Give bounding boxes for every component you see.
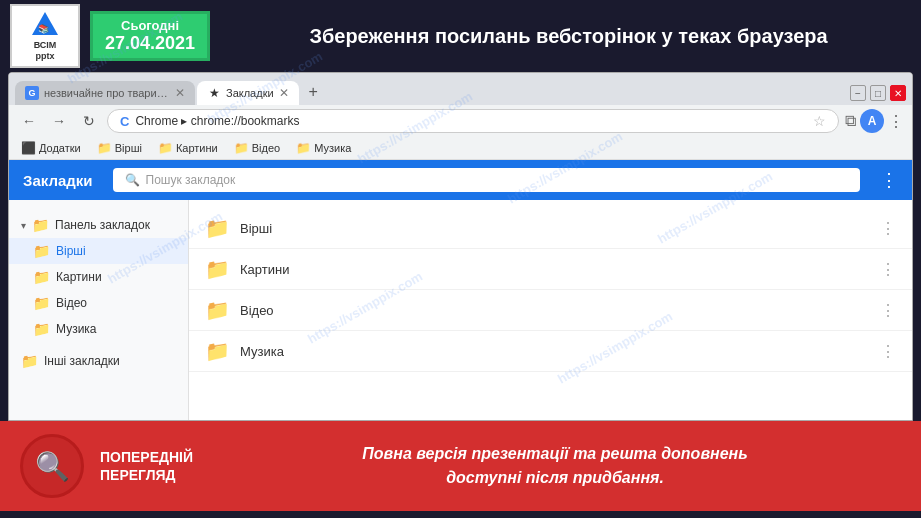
tab-bar: G незвичайне про тварин - Пош... ✕ ★ Зак… xyxy=(15,79,906,105)
address-text: Chrome ▸ chrome://bookmarks xyxy=(135,114,807,128)
sidebar-item-virshi[interactable]: 📁 Вірші xyxy=(9,238,188,264)
sidebar-item-video[interactable]: 📁 Відео xyxy=(9,290,188,316)
folder-name-virshi: Вірші xyxy=(240,221,870,236)
browser-tab-1[interactable]: G незвичайне про тварин - Пош... ✕ xyxy=(15,81,195,105)
sidebar-inshi-label: Інші закладки xyxy=(44,354,120,368)
star-icon: ☆ xyxy=(813,113,826,129)
sidebar-panel-zakladok[interactable]: ▾ 📁 Панель закладок xyxy=(9,212,188,238)
bookmarks-panel-section: ▾ 📁 Панель закладок 📁 Вірші 📁 Картини 📁 … xyxy=(9,210,188,344)
date-label: Сьогодні xyxy=(105,18,195,33)
apps-icon: ⬛ xyxy=(21,141,36,155)
sidebar-folder-icon-2: 📁 xyxy=(33,269,50,285)
virshi-label: Вірші xyxy=(115,142,142,154)
sidebar-item-kartyny[interactable]: 📁 Картини xyxy=(9,264,188,290)
kartyny-label: Картини xyxy=(176,142,218,154)
browser-chrome: G незвичайне про тварин - Пош... ✕ ★ Зак… xyxy=(9,73,912,105)
apps-label: Додатки xyxy=(39,142,81,154)
close-button[interactable]: ✕ xyxy=(890,85,906,101)
bottom-text-line1: Повна версія презентації та решта доповн… xyxy=(362,445,748,462)
bookmarks-sidebar: ▾ 📁 Панель закладок 📁 Вірші 📁 Картини 📁 … xyxy=(9,200,189,420)
panel-folder-icon: 📁 xyxy=(32,217,49,233)
browser-controls: ← → ↻ C Chrome ▸ chrome://bookmarks ☆ ⧉ … xyxy=(9,105,912,137)
folder-icon-2: 📁 xyxy=(158,141,173,155)
browser-tab-2[interactable]: ★ Закладки ✕ xyxy=(197,81,299,105)
logo-icon: 📚 xyxy=(30,10,60,40)
tab1-favicon-icon: G xyxy=(25,86,39,100)
bookmarks-menu-icon[interactable]: ⋮ xyxy=(880,169,898,191)
date-value: 27.04.2021 xyxy=(105,33,195,54)
sidebar-muzyka-label: Музика xyxy=(56,322,97,336)
bookmark-row-kartyny[interactable]: 📁 Картини ⋮ xyxy=(189,249,912,290)
bookmarks-app-title: Закладки xyxy=(23,172,93,189)
video-label: Відео xyxy=(252,142,280,154)
address-bar[interactable]: C Chrome ▸ chrome://bookmarks ☆ xyxy=(107,109,839,133)
sidebar-video-label: Відео xyxy=(56,296,87,310)
bookmark-row-video[interactable]: 📁 Відео ⋮ xyxy=(189,290,912,331)
sidebar-item-inshi[interactable]: 📁 Інші закладки xyxy=(9,348,188,374)
bottom-bar: 🔍 ПОПЕРЕДНІЙ ПЕРЕГЛЯД Повна версія презе… xyxy=(0,421,921,511)
folder-name-muzyka: Музика xyxy=(240,344,870,359)
browser-window: G незвичайне про тварин - Пош... ✕ ★ Зак… xyxy=(8,72,913,421)
tab2-close-icon[interactable]: ✕ xyxy=(279,86,289,100)
more-icon-3[interactable]: ⋮ xyxy=(880,301,896,320)
sidebar-item-muzyka[interactable]: 📁 Музика xyxy=(9,316,188,342)
panel-label: Панель закладок xyxy=(55,218,150,232)
bookmarks-app-header: Закладки 🔍 Пошук закладок ⋮ xyxy=(9,160,912,200)
minimize-button[interactable]: − xyxy=(850,85,866,101)
reload-button[interactable]: ↻ xyxy=(77,109,101,133)
back-button[interactable]: ← xyxy=(17,109,41,133)
folder-icon-main-2: 📁 xyxy=(205,257,230,281)
tab1-close-icon[interactable]: ✕ xyxy=(175,86,185,100)
preview-icon: 🔍 xyxy=(35,450,70,483)
folder-icon-1: 📁 xyxy=(97,141,112,155)
bookmarks-search-bar[interactable]: 🔍 Пошук закладок xyxy=(113,168,860,192)
bookmarks-toolbar-apps[interactable]: ⬛ Додатки xyxy=(17,139,85,157)
sidebar-virshi-label: Вірші xyxy=(56,244,86,258)
svg-text:📚: 📚 xyxy=(38,23,50,35)
bookmark-row-virshi[interactable]: 📁 Вірші ⋮ xyxy=(189,208,912,249)
bottom-text-line2: доступні після придбання. xyxy=(446,469,664,486)
logo-text: ВСІМ pptx xyxy=(34,40,57,62)
window-controls: − □ ✕ xyxy=(328,85,906,105)
bookmark-row-muzyka[interactable]: 📁 Музика ⋮ xyxy=(189,331,912,372)
bookmarks-toolbar-kartyny[interactable]: 📁 Картини xyxy=(154,139,222,157)
profile-avatar[interactable]: A xyxy=(860,109,884,133)
new-tab-button[interactable]: + xyxy=(301,79,326,105)
top-header: 📚 ВСІМ pptx Сьогодні 27.04.2021 Збережен… xyxy=(0,0,921,72)
tab2-label: Закладки xyxy=(226,87,274,99)
extensions-icon[interactable]: ⧉ xyxy=(845,112,856,130)
forward-button[interactable]: → xyxy=(47,109,71,133)
bookmarks-toolbar: ⬛ Додатки 📁 Вірші 📁 Картини 📁 Відео 📁 Му… xyxy=(9,137,912,160)
folder-icon-main-4: 📁 xyxy=(205,339,230,363)
bookmarks-toolbar-virshi[interactable]: 📁 Вірші xyxy=(93,139,146,157)
folder-name-kartyny: Картини xyxy=(240,262,870,277)
folder-icon-main-1: 📁 xyxy=(205,216,230,240)
logo-badge: 📚 ВСІМ pptx xyxy=(10,4,80,68)
sidebar-kartyny-label: Картини xyxy=(56,270,102,284)
address-favicon-icon: C xyxy=(120,114,129,129)
search-placeholder: Пошук закладок xyxy=(146,173,236,187)
more-icon-4[interactable]: ⋮ xyxy=(880,342,896,361)
sidebar-folder-icon-1: 📁 xyxy=(33,243,50,259)
preview-label: ПОПЕРЕДНІЙ ПЕРЕГЛЯД xyxy=(100,448,193,484)
folder-icon-3: 📁 xyxy=(234,141,249,155)
header-title: Збереження посилань вебсторінок у теках … xyxy=(226,25,911,48)
more-icon-1[interactable]: ⋮ xyxy=(880,219,896,238)
search-icon: 🔍 xyxy=(125,173,140,187)
sidebar-folder-icon-4: 📁 xyxy=(33,321,50,337)
sidebar-folder-icon-3: 📁 xyxy=(33,295,50,311)
chrome-menu-icon[interactable]: ⋮ xyxy=(888,112,904,131)
muzyka-label: Музика xyxy=(314,142,351,154)
maximize-button[interactable]: □ xyxy=(870,85,886,101)
expand-icon: ▾ xyxy=(21,220,26,231)
tab1-label: незвичайне про тварин - Пош... xyxy=(44,87,170,99)
more-icon-2[interactable]: ⋮ xyxy=(880,260,896,279)
bookmarks-toolbar-video[interactable]: 📁 Відео xyxy=(230,139,284,157)
date-badge: Сьогодні 27.04.2021 xyxy=(90,11,210,61)
folder-name-video: Відео xyxy=(240,303,870,318)
sidebar-folder-icon-5: 📁 xyxy=(21,353,38,369)
preview-button[interactable]: 🔍 xyxy=(20,434,84,498)
bottom-text: Повна версія презентації та решта доповн… xyxy=(209,442,901,490)
bookmarks-main: 📁 Вірші ⋮ 📁 Картини ⋮ 📁 Відео ⋮ 📁 Музика… xyxy=(189,200,912,420)
bookmarks-toolbar-muzyka[interactable]: 📁 Музика xyxy=(292,139,355,157)
